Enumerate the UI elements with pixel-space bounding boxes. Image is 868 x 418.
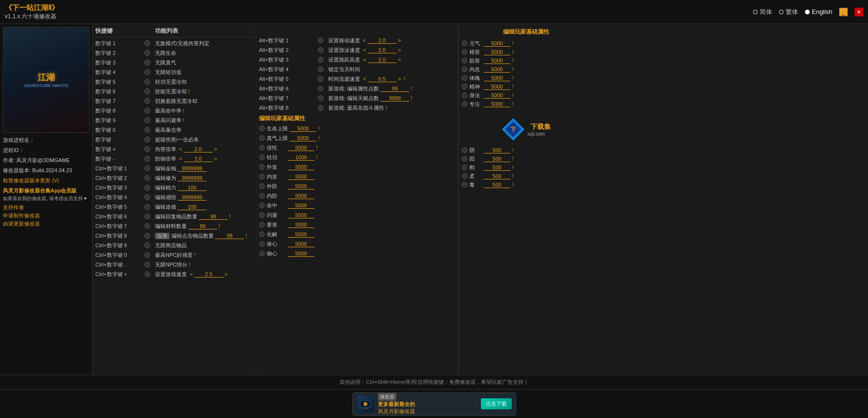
indicator[interactable] (144, 271, 150, 277)
indicator[interactable] (462, 58, 467, 63)
shortcut-row: Ctrl+数字键 5 编辑道德 100 (95, 202, 253, 212)
indicator[interactable] (144, 127, 150, 133)
indicator[interactable] (144, 262, 150, 267)
indicator[interactable] (144, 214, 150, 219)
indicator[interactable] (144, 165, 150, 171)
shortcut-row: 数字键 + 伤害倍率 <2.0> (95, 144, 253, 154)
indicator[interactable] (144, 233, 150, 239)
indicator[interactable] (144, 69, 150, 75)
indicator[interactable] (144, 108, 150, 114)
alt-row: Alt+数字键 5 时间流逝速度 <0.5> ! (259, 74, 455, 84)
update-link[interactable]: 由请更新修改器 (3, 220, 89, 228)
indicator[interactable] (144, 175, 150, 181)
indicator[interactable] (462, 101, 467, 107)
indicator[interactable] (318, 57, 324, 63)
alt-row: Alt+数字键 6 新游戏: 编辑属性点数 99 ! (259, 84, 455, 93)
indicator[interactable] (462, 147, 467, 153)
indicator[interactable] (144, 89, 150, 94)
indicator[interactable] (144, 146, 150, 152)
indicator[interactable] (144, 117, 150, 123)
indicator[interactable] (144, 242, 150, 248)
indicator[interactable] (144, 204, 150, 210)
shortcut-row: 数字键 . 超级伤害/一击必杀 (95, 135, 253, 144)
indicator[interactable] (259, 241, 265, 247)
indicator[interactable] (318, 95, 324, 101)
close-button[interactable]: ✕ (855, 8, 863, 16)
shortcut-row: Ctrl+数字键 1 编辑金钱 9999999 (95, 164, 253, 173)
indicator[interactable] (318, 86, 324, 91)
shortcut-row: 数字键 5 轻功无需冷却 (95, 77, 253, 87)
indicator[interactable] (259, 222, 265, 228)
indicator[interactable] (259, 126, 265, 131)
attr-row: 阴 500 ! (462, 146, 590, 154)
indicator[interactable] (259, 251, 265, 256)
indicator[interactable] (462, 84, 467, 89)
indicator[interactable] (144, 185, 150, 190)
shortcut-row: 数字键 3 无限真气 (95, 58, 253, 67)
support-link[interactable]: 支持作者 (3, 204, 89, 211)
indicator[interactable] (144, 252, 150, 258)
lang-fanti-radio[interactable] (779, 10, 784, 14)
banner-download-btn[interactable]: 点击下载 (481, 398, 512, 409)
indicator[interactable] (144, 223, 150, 229)
alt-row: Alt+数字键 3 设置跳跃高度 <2.0> (259, 55, 455, 64)
app-subtitle: v1.1.x 六十项修改器 (5, 13, 59, 21)
logo-area: 下 下载集 xzji.com (462, 113, 590, 146)
alt-row: Alt+数字键 8 新游戏: 最高非战斗属性 ! (259, 103, 455, 113)
indicator[interactable] (318, 76, 324, 82)
apply-button[interactable]: 应用 (155, 233, 169, 239)
lang-janti[interactable]: 简体 (753, 8, 772, 16)
indicator[interactable] (318, 38, 324, 43)
stat-row: 真气上限 5000 ! (259, 133, 455, 143)
vip-title: 风灵月影修改器合集App会员版 (3, 187, 89, 194)
indicator[interactable] (144, 98, 150, 104)
indicator[interactable] (259, 193, 265, 199)
indicator[interactable] (259, 135, 265, 141)
indicator[interactable] (144, 50, 150, 56)
stat-row: 内防 5000 (259, 191, 455, 201)
indicator[interactable] (462, 40, 467, 46)
lang-english-radio[interactable] (805, 10, 810, 14)
svg-text:下: 下 (510, 126, 517, 133)
make-link[interactable]: 申请制作修改器 (3, 212, 89, 219)
indicator[interactable] (259, 154, 265, 160)
indicator[interactable] (259, 145, 265, 151)
indicator[interactable] (462, 182, 467, 188)
indicator[interactable] (462, 49, 467, 55)
indicator[interactable] (462, 173, 467, 179)
banner-text-area: 修改器 更多最新最全的 风灵月影修改器 (378, 393, 477, 415)
indicator[interactable] (144, 79, 150, 85)
indicator[interactable] (462, 165, 467, 170)
indicator[interactable] (462, 66, 467, 72)
banner-title: 更多最新最全的 (378, 401, 477, 408)
indicator[interactable] (259, 203, 265, 208)
sidebar: 江湖 ADVENTURE AWAITS 游戏进程名： 进程ID： 作者: 风灵月… (0, 24, 92, 375)
indicator[interactable] (462, 75, 467, 81)
attr-row: 专注 5000 ! (462, 100, 590, 108)
indicator[interactable] (318, 47, 324, 53)
indicator[interactable] (144, 60, 150, 65)
indicator[interactable] (259, 164, 265, 170)
minimize-button[interactable]: _ (839, 8, 848, 16)
check-update-link[interactable]: 检查修改器版本更新 (V) (3, 177, 89, 184)
indicator[interactable] (318, 105, 324, 111)
indicator[interactable] (259, 212, 265, 218)
indicator[interactable] (144, 156, 150, 162)
indicator[interactable] (259, 174, 265, 179)
shortcut-row: Ctrl+数字键 6 编辑回复物品数量 99 ! (95, 212, 253, 221)
indicator[interactable] (144, 40, 150, 46)
lang-janti-radio[interactable] (753, 10, 758, 14)
attr-row: 柔 500 ! (462, 172, 590, 180)
indicator[interactable] (318, 66, 324, 72)
svg-point-5 (363, 402, 367, 406)
vip-desc: 如果喜欢我的修改器, 请考虑会员支持 ♥ (3, 195, 89, 202)
indicator[interactable] (144, 194, 150, 200)
lang-english[interactable]: English (805, 8, 832, 15)
indicator[interactable] (144, 137, 150, 142)
indicator[interactable] (259, 231, 265, 237)
lang-fanti[interactable]: 繁体 (779, 8, 798, 16)
shortcut-row: 数字键 6 技能无需冷却 ! (95, 87, 253, 96)
indicator[interactable] (462, 92, 467, 98)
indicator[interactable] (462, 156, 467, 162)
indicator[interactable] (259, 183, 265, 189)
